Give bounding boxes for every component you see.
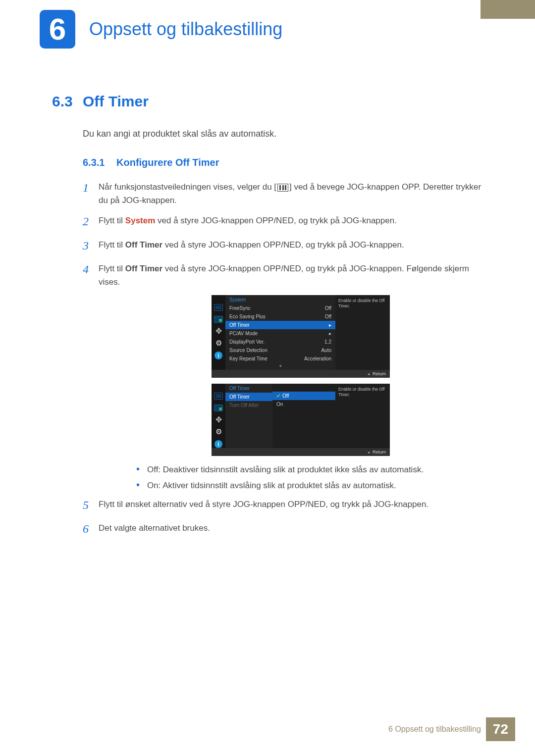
- arrows-icon: ✥: [214, 416, 223, 423]
- osd-help-panel: Enable or disable the Off Timer.: [335, 384, 390, 448]
- step-5: 5 Flytt til ønsket alternativ ved å styr…: [83, 496, 485, 514]
- step-number: 5: [83, 496, 99, 514]
- osd-row-label: Key Repeat Time: [229, 356, 268, 361]
- step-text: Flytt til ønsket alternativ ved å styre …: [99, 496, 485, 514]
- step-3: 3 Flytt til Off Timer ved å styre JOG-kn…: [83, 236, 485, 255]
- osd-row-pcav: PC/AV Mode▸: [225, 329, 335, 338]
- osd-row-value: 1.2: [324, 339, 331, 345]
- osd-menu-header: Off Timer: [225, 384, 272, 393]
- monitor-icon: [214, 393, 223, 400]
- section-title: Off Timer: [83, 93, 149, 110]
- section-heading: 6.3 Off Timer: [52, 93, 485, 110]
- osd-submenu-list: Off Timer Off Timer Turn Off After: [225, 384, 272, 448]
- osd-return-label: Return: [373, 450, 386, 454]
- osd-return-label: Return: [373, 371, 386, 376]
- osd-row-value: ▸: [329, 322, 331, 328]
- step-text: Flytt til Off Timer ved å styre JOG-knap…: [99, 236, 485, 255]
- chapter-header: 6 Oppsett og tilbakestilling: [0, 0, 535, 49]
- step-text-part: Flytt til: [99, 264, 125, 273]
- osd-option-list: ✔Off On: [272, 384, 335, 448]
- osd-row-label: DisplayPort Ver.: [229, 339, 265, 345]
- osd-row-value: ▸: [329, 331, 331, 336]
- osd-row-label: Off Timer: [229, 322, 250, 328]
- info-icon: i: [214, 352, 222, 359]
- osd-row-label: FreeSync: [229, 305, 251, 311]
- step-text: Det valgte alternativet brukes.: [99, 519, 485, 538]
- subsection-number: 6.3.1: [83, 157, 116, 168]
- subsection-heading: 6.3.1 Konfigurere Off Timer: [83, 157, 485, 168]
- step-text-part: Flytt til: [99, 216, 125, 225]
- osd-row-label: Turn Off After: [229, 403, 259, 408]
- osd-menu-list: System FreeSyncOff Eco Saving PlusOff Of…: [225, 295, 335, 370]
- monitor-icon: [214, 304, 223, 311]
- osd-screenshot-system: ✥ ⚙ i System FreeSyncOff Eco Saving Plus…: [212, 295, 485, 378]
- check-icon: ✔: [276, 393, 280, 399]
- menu-icon: [277, 184, 288, 192]
- osd-row-dp: DisplayPort Ver.1.2: [225, 338, 335, 346]
- step-text-part: Når funksjonstastveiledningen vises, vel…: [99, 182, 276, 192]
- osd-sidebar-icons: ✥ ⚙ i: [212, 384, 225, 448]
- bullet-label: Off: [147, 465, 158, 474]
- osd-row-value: Off: [325, 305, 331, 311]
- osd-menu-header: System: [225, 295, 335, 304]
- back-triangle-icon: ◂: [368, 450, 370, 454]
- step-2: 2 Flytt til System ved å styre JOG-knapp…: [83, 212, 485, 231]
- step-number: 3: [83, 236, 99, 255]
- step-4: 4 Flytt til Off Timer ved å styre JOG-kn…: [83, 260, 485, 289]
- osd-sub-off-timer: Off Timer: [225, 393, 272, 401]
- osd-sidebar-icons: ✥ ⚙ i: [212, 295, 225, 370]
- osd-sub-turn-off-after: Turn Off After: [225, 401, 272, 409]
- subsection-title: Konfigurere Off Timer: [116, 157, 219, 168]
- gear-icon: ⚙: [214, 340, 223, 347]
- osd-option-label: On: [276, 402, 283, 407]
- osd-option-off: ✔Off: [272, 392, 335, 400]
- bullet-text: : Deaktiver tidsinnstilt avslåing slik a…: [158, 465, 424, 474]
- gear-icon: ⚙: [214, 428, 223, 435]
- chapter-number-badge: 6: [40, 10, 75, 49]
- emphasis-off-timer: Off Timer: [125, 264, 162, 273]
- osd-down-arrow: ▾: [225, 363, 335, 370]
- bullet-on: • On: Aktiver tidsinnstilt avslåing slik…: [136, 480, 485, 491]
- picture-icon: [214, 316, 223, 323]
- section-intro: Du kan angi at produktet skal slås av au…: [83, 129, 485, 139]
- osd-row-label: Off Timer: [229, 394, 250, 400]
- osd-row-value: Acceleration: [304, 356, 331, 361]
- picture-icon: [214, 404, 223, 411]
- osd-row-label: PC/AV Mode: [229, 331, 258, 336]
- top-right-stripe: [481, 0, 535, 19]
- bullet-off: • Off: Deaktiver tidsinnstilt avslåing s…: [136, 464, 485, 475]
- option-descriptions: • Off: Deaktiver tidsinnstilt avslåing s…: [136, 464, 485, 491]
- step-text: Flytt til Off Timer ved å styre JOG-knap…: [99, 260, 485, 289]
- osd-row-value: Auto: [321, 348, 331, 353]
- bullet-text: : Aktiver tidsinnstilt avslåing slik at …: [159, 481, 396, 490]
- step-text-part: ved å styre JOG-knappen OPP/NED, og tryk…: [162, 240, 404, 250]
- step-text-part: ved å styre JOG-knappen OPP/NED, og tryk…: [155, 216, 397, 225]
- bullet-label: On: [147, 481, 159, 490]
- back-triangle-icon: ◂: [368, 372, 370, 376]
- osd-row-freesync: FreeSyncOff: [225, 304, 335, 312]
- step-6: 6 Det valgte alternativet brukes.: [83, 519, 485, 538]
- osd-screenshot-off-timer: ✥ ⚙ i Off Timer Off Timer Turn Off After…: [212, 384, 485, 456]
- step-number: 4: [83, 260, 99, 289]
- osd-option-on: On: [272, 400, 335, 408]
- osd-footer: ◂Return: [212, 448, 390, 456]
- emphasis-system: System: [125, 216, 155, 225]
- osd-row-eco: Eco Saving PlusOff: [225, 312, 335, 321]
- info-icon: i: [214, 440, 222, 448]
- bullet-icon: •: [136, 480, 147, 490]
- step-number: 1: [83, 178, 99, 207]
- step-text-part: Flytt til: [99, 240, 125, 250]
- step-text: Når funksjonstastveiledningen vises, vel…: [99, 178, 485, 207]
- steps-list: 1 Når funksjonstastveiledningen vises, v…: [83, 178, 485, 538]
- osd-footer: ◂Return: [212, 370, 390, 378]
- osd-row-source: Source DetectionAuto: [225, 346, 335, 354]
- osd-option-label: Off: [282, 393, 289, 399]
- osd-row-keyrepeat: Key Repeat TimeAcceleration: [225, 354, 335, 363]
- step-1: 1 Når funksjonstastveiledningen vises, v…: [83, 178, 485, 207]
- step-number: 6: [83, 519, 99, 538]
- page-footer: 6 Oppsett og tilbakestilling 72: [388, 717, 515, 741]
- step-text: Flytt til System ved å styre JOG-knappen…: [99, 212, 485, 231]
- footer-chapter-label: 6 Oppsett og tilbakestilling: [388, 725, 481, 734]
- osd-row-value: Off: [325, 314, 331, 319]
- footer-page-number: 72: [486, 717, 515, 741]
